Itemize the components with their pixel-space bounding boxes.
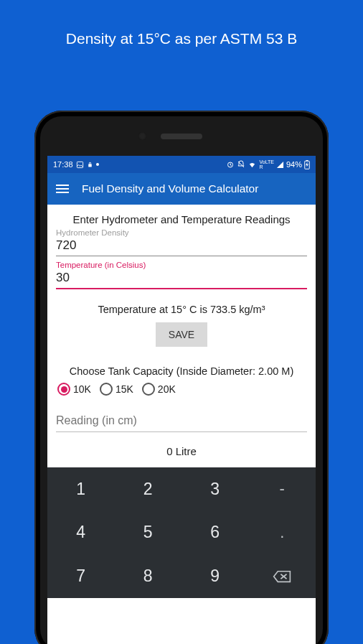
phone-inner: 17:38: [40, 116, 323, 644]
key-4[interactable]: 4: [47, 511, 115, 555]
status-time: 17:38: [53, 160, 73, 169]
radio-circle: [100, 383, 113, 396]
vibrate-icon: [237, 160, 245, 169]
app-title: Fuel Density and Volume Calculator: [82, 182, 258, 195]
app-bar: Fuel Density and Volume Calculator: [47, 173, 316, 205]
density-label: Hydrometer Density: [56, 228, 307, 237]
lock-icon: [87, 161, 93, 169]
signal-icon: [276, 161, 284, 169]
phone-frame: 17:38: [34, 111, 329, 644]
reading-input[interactable]: [56, 410, 307, 432]
backspace-icon: [273, 570, 291, 583]
save-button[interactable]: SAVE: [156, 322, 207, 347]
svg-rect-0: [77, 162, 82, 167]
key-minus[interactable]: -: [249, 467, 316, 511]
status-bar: 17:38: [47, 156, 316, 173]
image-icon: [76, 161, 84, 169]
battery-icon: [304, 160, 310, 169]
litre-result: 0 Litre: [47, 437, 316, 467]
radio-15k[interactable]: 15K: [100, 383, 133, 396]
readings-heading: Enter Hydrometer and Temperature Reading…: [47, 205, 316, 228]
key-dot[interactable]: .: [249, 511, 316, 555]
numeric-keyboard: 1 2 3 - 4 5 6 . 7 8 9: [47, 467, 316, 598]
density-result: Temperature at 15° C is 733.5 kg/m³: [47, 294, 316, 322]
camera-dot: [138, 132, 146, 140]
temperature-input[interactable]: [56, 269, 307, 289]
radio-label: 15K: [116, 383, 133, 395]
radio-circle-selected: [57, 383, 70, 396]
battery-percent: 94%: [286, 160, 302, 169]
density-field: Hydrometer Density: [47, 228, 316, 261]
key-6[interactable]: 6: [182, 511, 249, 555]
key-backspace[interactable]: [249, 554, 316, 598]
key-1[interactable]: 1: [47, 467, 115, 511]
network-label: VoLTER: [259, 159, 274, 169]
key-7[interactable]: 7: [47, 554, 115, 598]
wifi-icon: [248, 161, 257, 169]
radio-circle: [142, 383, 155, 396]
key-3[interactable]: 3: [182, 467, 249, 511]
key-5[interactable]: 5: [115, 511, 182, 555]
alarm-icon: [226, 160, 235, 169]
radio-10k[interactable]: 10K: [57, 383, 91, 396]
dot-icon: [96, 163, 99, 166]
svg-rect-4: [306, 160, 308, 161]
temperature-field: Temperature (in Celsius): [47, 261, 316, 294]
radio-20k[interactable]: 20K: [142, 383, 176, 396]
temperature-label: Temperature (in Celsius): [56, 261, 307, 269]
key-9[interactable]: 9: [182, 554, 249, 598]
content-area: Enter Hydrometer and Temperature Reading…: [47, 205, 316, 644]
radio-label: 20K: [158, 383, 176, 395]
menu-icon[interactable]: [56, 185, 69, 193]
screen: 17:38: [47, 156, 316, 644]
density-input[interactable]: [56, 237, 307, 256]
tank-heading: Choose Tank Capacity (Inside Diameter: 2…: [47, 357, 316, 383]
key-2[interactable]: 2: [115, 467, 182, 511]
tank-radio-group: 10K 15K 20K: [47, 383, 316, 407]
reading-field: [47, 407, 316, 437]
key-8[interactable]: 8: [115, 554, 182, 598]
speaker-grille: [161, 134, 202, 139]
radio-label: 10K: [73, 383, 91, 395]
page-title: Density at 15°C as per ASTM 53 B: [0, 0, 363, 47]
